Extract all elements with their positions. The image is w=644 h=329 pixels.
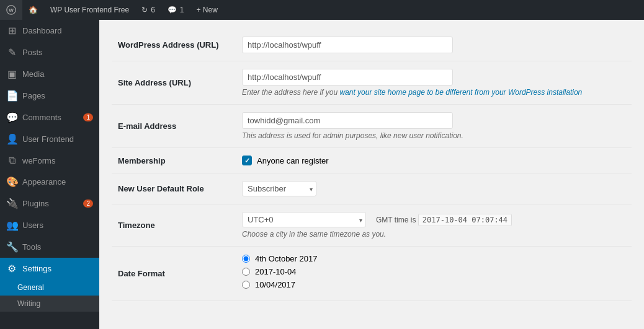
content-area: WordPress Address (URL) Site Address (UR… (99, 20, 644, 310)
tools-icon: 🔧 (6, 241, 17, 253)
membership-checkbox-row: Anyone can register (242, 156, 625, 165)
timezone-helper: Choose a city in the same timezone as yo… (242, 230, 625, 239)
site-address-helper-text: Enter the address here if you (242, 88, 338, 97)
date-format-label-2: 2017-10-04 (255, 267, 297, 276)
anyone-can-register-checkbox[interactable] (242, 156, 252, 165)
date-format-radio-2[interactable] (242, 268, 250, 276)
timezone-select-wrapper: UTC+0 UTC+1 UTC-5 ▾ (242, 212, 366, 227)
timezone-value-cell: UTC+0 UTC+1 UTC-5 ▾ GMT time is 2017-10-… (236, 204, 632, 247)
pages-icon: 📄 (6, 90, 17, 102)
new-user-role-label: New User Default Role (112, 173, 236, 204)
home-icon[interactable]: 🏠 (22, 0, 44, 20)
wordpress-address-value-cell (236, 29, 632, 61)
user-frontend-icon: 👤 (6, 133, 17, 145)
date-format-radio-1[interactable] (242, 255, 250, 263)
date-format-label: Date Format (112, 247, 236, 301)
sidebar-label-users: Users (22, 221, 43, 230)
date-format-option-2: 2017-10-04 (242, 267, 625, 276)
sidebar-item-comments[interactable]: 💬 Comments 1 (0, 107, 99, 128)
membership-checkbox-label: Anyone can register (257, 156, 329, 165)
date-format-value-cell: 4th October 2017 2017-10-04 10/04/2017 (236, 247, 632, 301)
date-format-row: Date Format 4th October 2017 2017-10-04 (112, 247, 632, 301)
email-value-cell: This address is used for admin purposes,… (236, 105, 632, 148)
sidebar-label-writing: Writing (17, 299, 40, 308)
timezone-control-row: UTC+0 UTC+1 UTC-5 ▾ GMT time is 2017-10-… (242, 212, 625, 227)
site-address-row: Site Address (URL) Enter the address her… (112, 61, 632, 105)
sidebar-item-general[interactable]: General (0, 279, 99, 296)
sidebar-label-appearance: Appearance (22, 177, 66, 186)
updates-link[interactable]: ↻ 6 (135, 0, 161, 20)
plugins-icon: 🔌 (6, 198, 17, 209)
sidebar: ⊞ Dashboard ✎ Posts ▣ Media 📄 Pages 💬 Co… (0, 20, 99, 329)
wordpress-address-row: WordPress Address (URL) (112, 29, 632, 61)
timezone-row: Timezone UTC+0 UTC+1 UTC-5 ▾ (112, 204, 632, 247)
sidebar-label-pages: Pages (22, 91, 45, 100)
membership-label: Membership (112, 148, 236, 173)
gmt-info: GMT time is 2017-10-04 07:07:44 (376, 216, 512, 224)
email-input[interactable] (242, 112, 453, 129)
date-format-option-3: 10/04/2017 (242, 280, 625, 289)
new-user-role-select[interactable]: Subscriber Administrator Editor Author C… (242, 181, 316, 196)
timezone-label: Timezone (112, 204, 236, 247)
sidebar-label-comments: Comments (22, 113, 61, 122)
gmt-label: GMT time is (376, 216, 416, 224)
timezone-select[interactable]: UTC+0 UTC+1 UTC-5 (242, 212, 366, 227)
new-user-role-row: New User Default Role Subscriber Adminis… (112, 173, 632, 204)
sidebar-label-plugins: Plugins (22, 199, 49, 208)
sidebar-item-users[interactable]: 👥 Users (0, 214, 99, 236)
comments-link[interactable]: 💬 1 (161, 0, 190, 20)
site-address-input[interactable] (242, 69, 453, 86)
site-name[interactable]: WP User Frontend Free (44, 0, 135, 20)
sidebar-label-general: General (17, 283, 44, 292)
admin-bar: W 🏠 WP User Frontend Free ↻ 6 💬 1 + New (0, 0, 644, 20)
date-format-label-3: 10/04/2017 (255, 280, 295, 289)
site-address-label: Site Address (URL) (112, 61, 236, 105)
date-format-label-1: 4th October 2017 (255, 254, 317, 263)
comments-icon: 💬 (6, 112, 17, 123)
sidebar-label-media: Media (22, 69, 44, 79)
sidebar-item-weforms[interactable]: ⧉ weForms (0, 150, 99, 171)
wp-logo[interactable]: W (0, 0, 22, 20)
new-user-role-select-wrapper: Subscriber Administrator Editor Author C… (242, 181, 316, 196)
sidebar-item-appearance[interactable]: 🎨 Appearance (0, 171, 99, 193)
date-format-option-1: 4th October 2017 (242, 254, 625, 263)
main-content: WordPress Address (URL) Site Address (UR… (99, 20, 644, 329)
new-content[interactable]: + New (190, 0, 224, 20)
email-helper: This address is used for admin purposes,… (242, 131, 625, 140)
media-icon: ▣ (6, 68, 17, 80)
dashboard-icon: ⊞ (6, 25, 17, 37)
settings-submenu: General Writing (0, 279, 99, 312)
sidebar-item-dashboard[interactable]: ⊞ Dashboard (0, 20, 99, 42)
appearance-icon: 🎨 (6, 176, 17, 188)
sidebar-item-plugins[interactable]: 🔌 Plugins 2 (0, 193, 99, 214)
new-user-role-value-cell: Subscriber Administrator Editor Author C… (236, 173, 632, 204)
sidebar-item-media[interactable]: ▣ Media (0, 63, 99, 85)
svg-text:W: W (9, 7, 14, 13)
wordpress-address-input[interactable] (242, 37, 453, 53)
site-address-helper-link[interactable]: want your site home page to be different… (339, 88, 582, 97)
sidebar-item-settings[interactable]: ⚙ Settings (0, 258, 99, 279)
wordpress-address-label: WordPress Address (URL) (112, 29, 236, 61)
sidebar-label-posts: Posts (22, 48, 43, 57)
sidebar-label-dashboard: Dashboard (22, 26, 62, 35)
sidebar-item-posts[interactable]: ✎ Posts (0, 42, 99, 63)
sidebar-label-user-frontend: User Frontend (22, 134, 74, 144)
settings-icon: ⚙ (6, 263, 17, 274)
settings-table: WordPress Address (URL) Site Address (UR… (112, 29, 632, 301)
sidebar-label-settings: Settings (22, 264, 51, 273)
sidebar-item-pages[interactable]: 📄 Pages (0, 85, 99, 107)
email-row: E-mail Address This address is used for … (112, 105, 632, 148)
membership-row: Membership Anyone can register (112, 148, 632, 173)
gmt-time: 2017-10-04 07:07:44 (418, 214, 512, 226)
sidebar-item-user-frontend[interactable]: 👤 User Frontend (0, 128, 99, 150)
sidebar-item-writing[interactable]: Writing (0, 296, 99, 312)
posts-icon: ✎ (6, 46, 17, 58)
sidebar-item-tools[interactable]: 🔧 Tools (0, 236, 99, 258)
email-label: E-mail Address (112, 105, 236, 148)
site-address-value-cell: Enter the address here if you want your … (236, 61, 632, 105)
date-format-radio-3[interactable] (242, 281, 250, 289)
weforms-icon: ⧉ (6, 155, 17, 166)
comments-badge: 1 (83, 113, 93, 121)
users-icon: 👥 (6, 219, 17, 231)
site-address-helper: Enter the address here if you want your … (242, 88, 625, 97)
